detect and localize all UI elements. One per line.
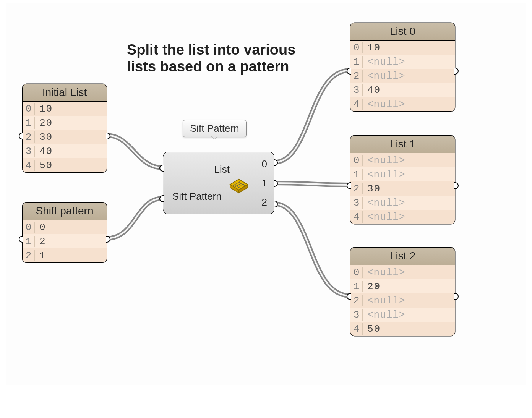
panel-rows: 001221 [23,220,107,262]
row-value: 40 [363,84,381,96]
panel-list-0[interactable]: List 0 0101<null>2<null>3404<null> [350,23,455,112]
row-index: 1 [350,56,363,68]
port-input-pattern[interactable] [159,195,164,202]
list-row: 00 [23,220,107,234]
row-index: 4 [350,211,363,223]
list-row: 450 [23,158,107,172]
component-output-1: 1 [262,177,267,189]
port-output[interactable] [454,68,459,75]
row-index: 2 [350,295,363,306]
list-row: 120 [350,279,455,293]
row-value: <null> [363,56,405,68]
panel-initial-list[interactable]: Initial List 010120230340450 [22,84,107,173]
panel-rows: 0<null>1<null>2303<null>4<null> [350,153,455,224]
component-input-pattern: Sift Pattern [172,191,230,203]
port-input[interactable] [19,133,23,139]
sift-pattern-component[interactable]: List Sift Pattern 0 1 2 [163,152,274,214]
port-output[interactable] [106,133,110,139]
row-value: <null> [363,267,405,278]
panel-shift-pattern[interactable]: Shift pattern 001221 [22,202,107,263]
row-value: 50 [363,323,381,335]
panel-rows: 0101<null>2<null>3404<null> [350,41,455,111]
sift-pattern-tooltip: Sift Pattern [183,120,247,137]
port-output-1[interactable] [274,180,278,187]
panel-list-1[interactable]: List 1 0<null>1<null>2303<null>4<null> [350,135,455,224]
diagram-canvas: Split the list into various lists based … [6,3,526,385]
row-index: 2 [350,183,363,194]
row-index: 4 [350,323,363,335]
row-value: 2 [35,236,46,247]
row-index: 1 [350,281,363,292]
list-row: 3<null> [350,196,455,210]
list-row: 2<null> [350,293,455,308]
panel-list-2[interactable]: List 2 0<null>1202<null>3<null>450 [350,247,455,336]
list-row: 340 [23,144,107,158]
list-row: 1<null> [350,167,455,181]
row-index: 2 [23,131,35,143]
row-index: 1 [23,236,35,247]
panel-title: List 1 [350,136,455,153]
component-output-0: 0 [262,158,267,170]
panel-rows: 010120230340450 [23,102,107,172]
row-index: 4 [23,160,35,171]
list-row: 4<null> [350,97,455,111]
row-value: 30 [35,131,53,143]
list-row: 4<null> [350,210,455,224]
port-output-0[interactable] [274,159,278,166]
title-line-2: lists based on a pattern [127,58,289,75]
list-row: 340 [350,83,455,97]
sift-icon [229,178,249,195]
row-value: <null> [363,169,405,180]
row-index: 3 [350,197,363,209]
list-row: 0<null> [350,153,455,167]
port-output[interactable] [454,293,459,300]
row-value: 10 [35,103,53,115]
port-input[interactable] [347,182,351,189]
row-value: <null> [363,99,405,110]
row-value: <null> [363,309,405,321]
row-value: 30 [363,183,381,194]
panel-rows: 0<null>1202<null>3<null>450 [350,265,455,336]
title-line-1: Split the list into various [127,42,295,58]
row-value: 40 [35,146,53,157]
row-value: <null> [363,211,405,223]
row-value: 0 [35,222,46,233]
panel-title: Initial List [23,84,107,102]
row-index: 3 [350,84,363,96]
row-index: 2 [350,70,363,82]
list-row: 010 [23,102,107,116]
row-index: 3 [23,146,35,157]
port-input[interactable] [347,293,351,300]
row-index: 3 [350,309,363,321]
row-index: 0 [350,267,363,278]
port-input[interactable] [19,236,23,243]
panel-title: List 2 [350,248,455,265]
row-value: <null> [363,155,405,166]
list-row: 230 [23,130,107,144]
row-index: 0 [23,222,35,233]
list-row: 12 [23,234,107,248]
row-value: <null> [363,197,405,209]
list-row: 450 [350,322,455,336]
list-row: 120 [23,116,107,130]
row-index: 0 [23,103,35,115]
row-value: 10 [363,42,381,53]
row-value: <null> [363,70,405,82]
port-output-2[interactable] [274,201,278,207]
row-value: <null> [363,295,405,306]
component-input-list: List [172,164,230,175]
list-row: 21 [23,248,107,262]
port-input[interactable] [347,68,351,75]
row-index: 1 [23,117,35,129]
row-index: 2 [23,250,35,261]
list-row: 230 [350,181,455,196]
panel-title: Shift pattern [23,203,107,220]
port-input-list[interactable] [159,165,164,172]
row-index: 0 [350,42,363,53]
port-output[interactable] [106,236,110,243]
list-row: 0<null> [350,265,455,279]
row-index: 1 [350,169,363,180]
port-output[interactable] [454,182,459,189]
row-value: 20 [363,281,381,292]
row-value: 20 [35,117,53,129]
